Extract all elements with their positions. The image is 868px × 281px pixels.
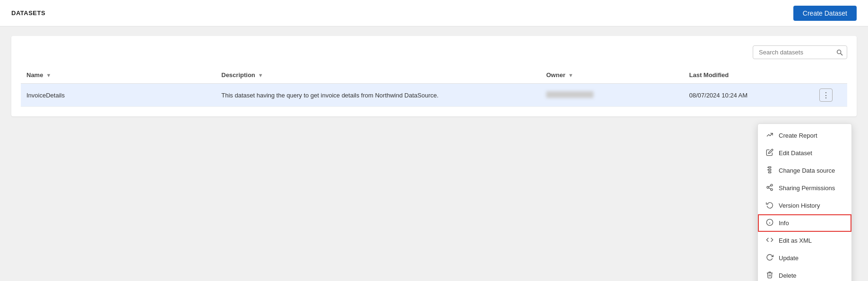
svg-line-1: [841, 53, 842, 55]
row-more-actions-button[interactable]: ⋮: [819, 88, 833, 102]
search-wrapper: [753, 45, 847, 59]
menu-item-version-history[interactable]: Version History: [758, 197, 851, 214]
menu-item-change-data-source[interactable]: Change Data source: [758, 162, 851, 179]
row-owner: [541, 84, 684, 107]
row-action-cell: ⋮: [814, 84, 848, 107]
menu-item-delete[interactable]: Delete: [758, 267, 851, 281]
row-description: This dataset having the query to get inv…: [216, 84, 541, 107]
owner-filter-icon[interactable]: ▼: [568, 72, 573, 78]
search-bar-row: [21, 45, 847, 59]
col-description: Description ▼: [216, 67, 541, 84]
svg-rect-4: [768, 172, 771, 173]
svg-line-11: [769, 185, 771, 187]
edit-dataset-icon: [765, 149, 774, 158]
menu-item-sharing-permissions[interactable]: Sharing Permissions: [758, 179, 851, 197]
svg-point-9: [771, 189, 773, 191]
version-history-icon: [765, 201, 774, 210]
svg-rect-2: [768, 167, 771, 168]
datasets-table: Name ▼ Description ▼ Owner ▼: [21, 67, 847, 107]
name-filter-icon[interactable]: ▼: [46, 72, 51, 78]
top-bar: DATASETS Create Dataset: [0, 0, 868, 26]
menu-item-edit-as-xml[interactable]: Edit as XML: [758, 232, 851, 249]
col-actions: [814, 67, 848, 84]
menu-item-edit-dataset[interactable]: Edit Dataset: [758, 144, 851, 162]
change-data-source-icon: [765, 166, 774, 175]
edit-as-xml-icon: [765, 236, 774, 245]
svg-line-10: [769, 188, 771, 189]
description-filter-icon[interactable]: ▼: [258, 72, 263, 78]
table-header-row: Name ▼ Description ▼ Owner ▼: [21, 67, 847, 84]
update-icon: [765, 254, 774, 263]
row-name: InvoiceDetails: [21, 84, 216, 107]
context-menu: Create Report Edit Dataset: [757, 123, 852, 281]
col-last-modified: Last Modified: [684, 67, 814, 84]
create-dataset-button[interactable]: Create Dataset: [793, 6, 857, 21]
col-owner: Owner ▼: [541, 67, 684, 84]
row-last-modified: 08/07/2024 10:24 AM: [684, 84, 814, 107]
col-name: Name ▼: [21, 67, 216, 84]
svg-point-0: [837, 50, 841, 53]
delete-icon: [765, 271, 774, 280]
svg-point-8: [767, 186, 769, 188]
owner-blurred-value: [546, 91, 593, 98]
table-row: InvoiceDetails This dataset having the q…: [21, 84, 847, 107]
search-icon: [836, 49, 843, 56]
info-icon: [765, 219, 774, 228]
svg-point-7: [771, 184, 773, 186]
datasets-card: Name ▼ Description ▼ Owner ▼: [11, 36, 857, 116]
svg-rect-3: [768, 169, 771, 171]
menu-item-update[interactable]: Update: [758, 249, 851, 267]
page-title: DATASETS: [11, 9, 45, 17]
menu-item-info[interactable]: Info: [758, 214, 851, 232]
content-area: Name ▼ Description ▼ Owner ▼: [0, 26, 868, 281]
search-button[interactable]: [836, 49, 843, 56]
menu-item-create-report[interactable]: Create Report: [758, 127, 851, 144]
create-report-icon: [765, 131, 774, 140]
search-input[interactable]: [753, 45, 847, 59]
sharing-permissions-icon: [765, 184, 774, 193]
